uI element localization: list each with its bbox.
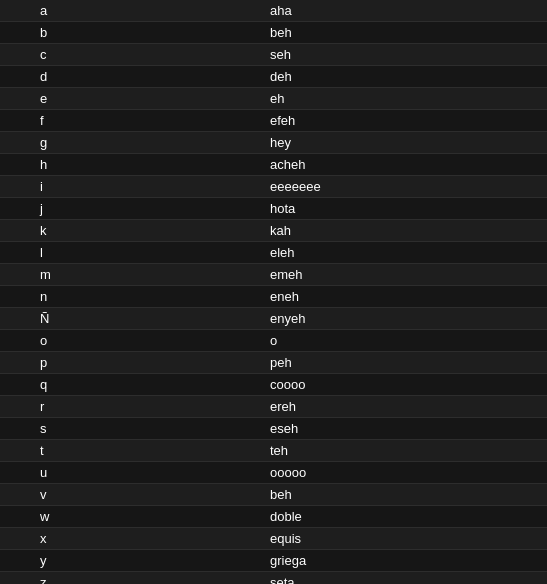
table-row: fefeh <box>0 110 547 132</box>
letter-cell: i <box>0 179 260 194</box>
table-row: ieeeeeee <box>0 176 547 198</box>
pronunciation-cell: equis <box>260 531 547 546</box>
letter-cell: j <box>0 201 260 216</box>
table-row: Ñenyeh <box>0 308 547 330</box>
pronunciation-cell: doble <box>260 509 547 524</box>
table-row: xequis <box>0 528 547 550</box>
letter-cell: Ñ <box>0 311 260 326</box>
letter-cell: c <box>0 47 260 62</box>
pronunciation-cell: hey <box>260 135 547 150</box>
pronunciation-cell: coooo <box>260 377 547 392</box>
letter-cell: z <box>0 575 260 584</box>
pronunciation-cell: eeeeeee <box>260 179 547 194</box>
alphabet-table: aahabbehcsehddeheehfefehgheyhachehieeeee… <box>0 0 547 584</box>
table-row: ddeh <box>0 66 547 88</box>
pronunciation-cell: kah <box>260 223 547 238</box>
letter-cell: f <box>0 113 260 128</box>
letter-cell: n <box>0 289 260 304</box>
table-row: oo <box>0 330 547 352</box>
letter-cell: k <box>0 223 260 238</box>
table-row: eeh <box>0 88 547 110</box>
letter-cell: y <box>0 553 260 568</box>
pronunciation-cell: seta <box>260 575 547 584</box>
letter-cell: u <box>0 465 260 480</box>
pronunciation-cell: teh <box>260 443 547 458</box>
pronunciation-cell: efeh <box>260 113 547 128</box>
pronunciation-cell: beh <box>260 25 547 40</box>
table-row: jhota <box>0 198 547 220</box>
table-row: ygriega <box>0 550 547 572</box>
pronunciation-cell: eh <box>260 91 547 106</box>
pronunciation-cell: o <box>260 333 547 348</box>
pronunciation-cell: emeh <box>260 267 547 282</box>
pronunciation-cell: aha <box>260 3 547 18</box>
table-row: wdoble <box>0 506 547 528</box>
letter-cell: v <box>0 487 260 502</box>
letter-cell: h <box>0 157 260 172</box>
table-row: neneh <box>0 286 547 308</box>
table-row: uooooo <box>0 462 547 484</box>
table-row: kkah <box>0 220 547 242</box>
letter-cell: m <box>0 267 260 282</box>
table-row: seseh <box>0 418 547 440</box>
letter-cell: d <box>0 69 260 84</box>
letter-cell: r <box>0 399 260 414</box>
letter-cell: q <box>0 377 260 392</box>
letter-cell: a <box>0 3 260 18</box>
table-row: bbeh <box>0 22 547 44</box>
table-row: zseta <box>0 572 547 584</box>
pronunciation-cell: eneh <box>260 289 547 304</box>
pronunciation-cell: eseh <box>260 421 547 436</box>
letter-cell: s <box>0 421 260 436</box>
pronunciation-cell: eleh <box>260 245 547 260</box>
letter-cell: w <box>0 509 260 524</box>
table-row: ghey <box>0 132 547 154</box>
letter-cell: o <box>0 333 260 348</box>
table-row: qcoooo <box>0 374 547 396</box>
letter-cell: e <box>0 91 260 106</box>
table-row: cseh <box>0 44 547 66</box>
pronunciation-cell: ereh <box>260 399 547 414</box>
table-row: tteh <box>0 440 547 462</box>
pronunciation-cell: seh <box>260 47 547 62</box>
table-row: vbeh <box>0 484 547 506</box>
letter-cell: b <box>0 25 260 40</box>
table-row: rereh <box>0 396 547 418</box>
letter-cell: t <box>0 443 260 458</box>
pronunciation-cell: griega <box>260 553 547 568</box>
pronunciation-cell: beh <box>260 487 547 502</box>
table-row: memeh <box>0 264 547 286</box>
letter-cell: g <box>0 135 260 150</box>
table-row: aaha <box>0 0 547 22</box>
letter-cell: p <box>0 355 260 370</box>
pronunciation-cell: acheh <box>260 157 547 172</box>
letter-cell: l <box>0 245 260 260</box>
table-row: leleh <box>0 242 547 264</box>
pronunciation-cell: deh <box>260 69 547 84</box>
table-row: ppeh <box>0 352 547 374</box>
letter-cell: x <box>0 531 260 546</box>
pronunciation-cell: ooooo <box>260 465 547 480</box>
pronunciation-cell: hota <box>260 201 547 216</box>
pronunciation-cell: peh <box>260 355 547 370</box>
pronunciation-cell: enyeh <box>260 311 547 326</box>
table-row: hacheh <box>0 154 547 176</box>
